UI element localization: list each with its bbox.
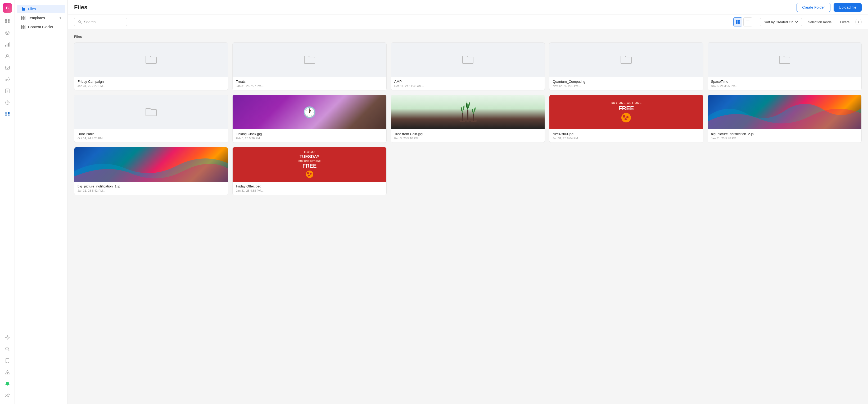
files-icon-btn[interactable] [2, 109, 13, 120]
sidebar-item-files[interactable]: Files [17, 5, 65, 13]
search-input[interactable] [84, 20, 121, 24]
folder-icon-1 [145, 54, 157, 66]
svg-point-4 [5, 31, 9, 35]
svg-rect-7 [7, 44, 7, 46]
file-card-ticking-clock[interactable]: Ticking Clock.jpg Feb 3, 25 5:26 PM... [232, 95, 386, 143]
content-area: Files Friday Campaign Jan 31, 25 7:27 PM… [68, 29, 868, 404]
team-icon-btn[interactable] [2, 390, 13, 401]
section-title: Files [74, 35, 862, 39]
file-name-wave-1: big_picture_notification_1.jp [78, 184, 225, 188]
folder-thumb-3 [391, 42, 545, 77]
dashboard-icon [5, 19, 10, 24]
search-audit-icon-btn[interactable] [2, 344, 13, 354]
settings-icon-btn[interactable] [2, 332, 13, 343]
svg-point-46 [304, 107, 315, 117]
folder-name-5: SpaceTime [711, 79, 858, 83]
inbox-icon [5, 65, 10, 70]
list-view-button[interactable] [743, 18, 752, 27]
collapse-panel-button[interactable]: ‹ [855, 19, 862, 25]
svg-point-26 [7, 373, 7, 374]
file-info-tree-coin: Tree from Coin.jpg Feb 3, 25 5:10 PM... [391, 129, 545, 142]
folder-date-6: Oct 14, 24 4:28 PM... [78, 137, 225, 140]
file-card-pizza-red[interactable]: BUY ONE GET ONE FREE size4isto3.jpg Jan … [549, 95, 703, 143]
tree-coin-svg [457, 97, 478, 126]
folder-card-3[interactable]: AMP Dec 11, 24 11:45 AM... [391, 42, 545, 91]
folder-card-5[interactable]: SpaceTime Nov 5, 24 3:25 PM... [708, 42, 862, 91]
file-date-friday-offer: Jan 31, 25 4:58 PM... [236, 189, 383, 192]
create-folder-button[interactable]: Create Folder [797, 3, 830, 12]
folder-info-4: Quantum_Computing Nov 12, 24 1:00 PM... [549, 77, 703, 90]
sort-button[interactable]: Sort by Created On [760, 18, 802, 26]
search-icon [78, 20, 82, 24]
support-icon-btn[interactable] [2, 97, 13, 108]
folder-date-5: Nov 5, 24 3:25 PM... [711, 85, 858, 88]
file-name-ticking-clock: Ticking Clock.jpg [236, 132, 383, 136]
svg-point-62 [310, 173, 311, 175]
file-thumb-wave-1 [74, 147, 228, 182]
file-card-wave-1[interactable]: big_picture_notification_1.jp Jan 31, 25… [74, 147, 228, 195]
analytics-icon [5, 42, 10, 47]
svg-rect-6 [5, 45, 6, 46]
inbox-icon-btn[interactable] [2, 62, 13, 73]
reports-icon [5, 88, 10, 94]
svg-point-63 [308, 175, 310, 177]
bell-icon-btn[interactable] [2, 379, 13, 389]
file-info-wave-1: big_picture_notification_1.jp Jan 31, 25… [74, 182, 228, 195]
grid-view-icon [736, 20, 740, 24]
workflows-icon-btn[interactable] [2, 74, 13, 85]
svg-rect-42 [738, 22, 740, 24]
folder-name-6: Dont Panic [78, 132, 225, 136]
folder-icon-5 [778, 54, 791, 66]
file-card-tree-coin[interactable]: Tree from Coin.jpg Feb 3, 25 5:10 PM... [391, 95, 545, 143]
pizza-svg-bogo [302, 169, 317, 179]
analytics-icon-btn[interactable] [2, 39, 13, 50]
svg-point-27 [6, 394, 7, 396]
files-icon [5, 111, 10, 117]
campaigns-icon-btn[interactable] [2, 28, 13, 38]
file-date-pizza-red: Jan 31, 25 6:04 PM... [553, 137, 700, 140]
folder-thumb-1 [74, 42, 228, 77]
reports-icon-btn[interactable] [2, 86, 13, 96]
bookmark-icon-btn[interactable] [2, 355, 13, 366]
clock-svg [303, 105, 316, 119]
svg-point-47 [309, 111, 310, 113]
contacts-icon-btn[interactable] [2, 51, 13, 61]
file-thumb-pizza-red: BUY ONE GET ONE FREE [549, 95, 703, 129]
sidebar-item-templates[interactable]: Templates ▾ [17, 14, 65, 22]
folder-thumb-5 [708, 42, 861, 77]
file-card-wave-2[interactable]: big_picture_notification_2.jp Jan 31, 25… [708, 95, 862, 143]
file-date-wave-2: Jan 31, 25 5:48 PM... [711, 137, 858, 140]
avatar-button[interactable]: B [3, 3, 12, 13]
filters-button[interactable]: Filters [838, 18, 852, 26]
warning-icon-btn[interactable] [2, 367, 13, 377]
page-title: Files [74, 4, 87, 11]
folder-card-2[interactable]: Treats Jan 31, 25 7:27 PM... [232, 42, 386, 91]
list-view-icon [746, 20, 750, 24]
svg-point-56 [621, 113, 631, 123]
svg-rect-2 [5, 22, 7, 23]
folder-info-6: Dont Panic Oct 14, 24 4:28 PM... [74, 129, 228, 142]
folder-thumb-2 [232, 42, 386, 77]
file-thumb-tree-coin [391, 95, 545, 129]
svg-point-59 [624, 118, 627, 120]
upload-file-button[interactable]: Upload file [834, 3, 862, 12]
svg-rect-36 [24, 27, 25, 29]
folder-card-1[interactable]: Friday Campaign Jan 31, 25 7:27 PM... [74, 42, 228, 91]
file-name-tree-coin: Tree from Coin.jpg [394, 132, 541, 136]
svg-rect-1 [8, 19, 9, 21]
svg-point-22 [7, 337, 8, 338]
folder-card-6[interactable]: Dont Panic Oct 14, 24 4:28 PM... [74, 95, 228, 143]
sidebar-item-content-blocks[interactable]: Content Blocks [17, 23, 65, 31]
page-header: Files Create Folder Upload file [68, 0, 868, 15]
selection-mode-button[interactable]: Selection mode [805, 18, 834, 26]
file-card-friday-offer[interactable]: BOGO TUESDAY BUY ONE GET ONE FREE Friday… [232, 147, 386, 195]
dashboard-icon-btn[interactable] [2, 16, 13, 27]
folder-info-5: SpaceTime Nov 5, 24 3:25 PM... [708, 77, 861, 90]
support-icon [5, 100, 10, 105]
toolbar: Sort by Created On Selection mode Filter… [68, 15, 868, 29]
svg-point-58 [626, 116, 628, 118]
svg-rect-3 [8, 22, 9, 23]
grid-view-button[interactable] [733, 18, 742, 27]
file-thumb-ticking-clock [232, 95, 386, 129]
folder-card-4[interactable]: Quantum_Computing Nov 12, 24 1:00 PM... [549, 42, 703, 91]
